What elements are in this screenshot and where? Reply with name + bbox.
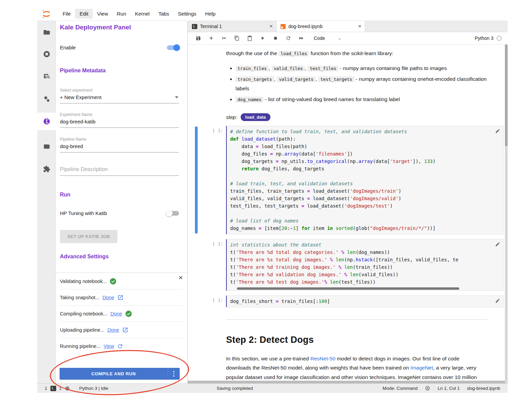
- external-link-icon[interactable]: [117, 294, 124, 301]
- divider: [56, 272, 187, 273]
- pipeline-metadata-heading: Pipeline Metadata: [60, 68, 106, 74]
- code-cell-1[interactable]: [ ]: # define function to load train, te…: [188, 126, 508, 234]
- progress-label: Taking snapshot...: [60, 295, 99, 300]
- menu-edit[interactable]: Edit: [75, 9, 93, 19]
- cell-editor[interactable]: dog_files_short = train_files[:100]: [226, 295, 504, 307]
- select-experiment-field[interactable]: Select experiment + New Experiment: [60, 88, 179, 103]
- code-cell-3[interactable]: [ ]: dog_files_short = train_files[:100]: [188, 295, 508, 307]
- edit-pencil-icon[interactable]: [495, 298, 500, 303]
- enable-label: Enable: [60, 45, 76, 50]
- inspector-icon[interactable]: [37, 68, 56, 85]
- close-icon[interactable]: ×: [269, 23, 273, 30]
- enable-row: Enable: [60, 45, 179, 50]
- progress-spinner-icon: [117, 343, 123, 349]
- main-dock-panel: $_ Terminal 1 × dog-breed.ipynb × + ✂: [188, 21, 508, 383]
- cell-editor[interactable]: # define function to load train, test, a…: [226, 126, 504, 234]
- extensions-icon[interactable]: [37, 160, 56, 178]
- cut-cells-icon[interactable]: ✂: [219, 34, 229, 42]
- menu-view[interactable]: View: [93, 9, 112, 19]
- notebook-toolbar: + ✂ Code ⌄ Python 3: [188, 32, 508, 45]
- menu-settings[interactable]: Settings: [174, 9, 201, 19]
- cell-prompt: [ ]:: [188, 126, 226, 234]
- done-link[interactable]: Done: [103, 295, 114, 300]
- stop-kernel-icon[interactable]: [270, 34, 281, 42]
- restart-run-all-icon[interactable]: [296, 34, 306, 42]
- status-bar: 1 $_ 1 Python 3 | Idle Saving completed …: [37, 383, 508, 393]
- menu-tabs[interactable]: Tabs: [154, 9, 174, 19]
- kernel-chip-icon[interactable]: [65, 386, 70, 391]
- external-link-icon[interactable]: [122, 327, 128, 333]
- select-experiment-label: Select experiment: [60, 88, 179, 93]
- chevron-down-icon[interactable]: ⌄: [338, 36, 341, 41]
- selected-cell-bar: [195, 126, 198, 234]
- settings-gears-icon[interactable]: [37, 90, 56, 108]
- cell-prompt: [ ]:: [188, 295, 226, 307]
- cell-type-select[interactable]: Code: [314, 35, 325, 41]
- progress-label: Validating notebook...: [60, 279, 107, 284]
- setup-katib-job-button[interactable]: SET UP KATIB JOB: [60, 230, 117, 243]
- close-icon[interactable]: ×: [358, 23, 361, 30]
- katib-toggle-label: HP Tuning with Katib: [60, 210, 107, 216]
- progress-label: Compiling notebook...: [60, 311, 107, 316]
- code-cell-2[interactable]: [ ]: int statistics about the datasett('…: [188, 239, 508, 291]
- saving-status: Saving completed: [217, 386, 253, 391]
- run-cell-icon[interactable]: [258, 34, 268, 42]
- tab-dog-breed-ipynb[interactable]: dog-breed.ipynb ×: [276, 21, 365, 32]
- menu-run[interactable]: Run: [112, 9, 131, 19]
- kale-step-annotation: step: load_data: [226, 113, 508, 121]
- pipeline-name-input[interactable]: dog-breed: [60, 143, 179, 152]
- kale-icon[interactable]: [37, 113, 56, 130]
- select-experiment-value[interactable]: + New Experiment: [60, 94, 179, 103]
- terminal-icon[interactable]: $_: [50, 386, 56, 391]
- copy-cells-icon[interactable]: [232, 34, 242, 42]
- cursor-position[interactable]: Ln 1, Col 1: [438, 386, 460, 391]
- vertical-scrollbar[interactable]: [505, 45, 508, 383]
- kebab-menu-icon[interactable]: [168, 370, 180, 378]
- menu-kernel[interactable]: Kernel: [131, 9, 154, 19]
- menu-help[interactable]: Help: [201, 9, 220, 19]
- notebook-icon: [281, 24, 286, 29]
- katib-toggle[interactable]: [167, 211, 179, 216]
- cell-editor[interactable]: int statistics about the datasett('There…: [226, 239, 504, 291]
- markdown-divider: [226, 319, 487, 320]
- done-link[interactable]: Done: [107, 327, 119, 333]
- restart-kernel-icon[interactable]: [283, 34, 293, 42]
- bullet-item: train_targets, valid_targets, test_targe…: [236, 74, 487, 94]
- running-kernels-icon[interactable]: [37, 45, 56, 63]
- kernel-name[interactable]: Python 3: [475, 35, 493, 41]
- chevron-down-icon: [175, 96, 178, 98]
- kernel-status-text[interactable]: Python 3 | Idle: [79, 386, 108, 391]
- save-icon[interactable]: [193, 34, 203, 42]
- check-icon: [110, 278, 116, 285]
- pipeline-description-field[interactable]: Pipeline Description: [60, 166, 179, 176]
- paste-cells-icon[interactable]: [245, 34, 255, 42]
- add-cell-icon[interactable]: +: [206, 34, 216, 42]
- edit-pencil-icon[interactable]: [495, 242, 500, 247]
- progress-label: Running pipeline...: [60, 343, 101, 349]
- mode-indicator[interactable]: Mode: Command: [383, 386, 418, 391]
- deploy-progress-list: Validating notebook... Taking snapshot..…: [60, 273, 182, 354]
- folder-icon[interactable]: [37, 23, 56, 41]
- experiment-name-input[interactable]: dog-breed-katib: [60, 119, 179, 128]
- pipeline-description-input[interactable]: Pipeline Description: [60, 166, 179, 176]
- check-icon: [125, 310, 132, 317]
- compile-and-run-button[interactable]: COMPILE AND RUN: [60, 368, 180, 380]
- pipeline-name-label: Pipeline Name: [60, 137, 179, 142]
- edit-pencil-icon[interactable]: [495, 128, 500, 134]
- experiment-name-field[interactable]: Experiment Name dog-breed-katib: [60, 112, 179, 128]
- step2-paragraph: In this section, we use a pre-trained Re…: [226, 354, 482, 383]
- open-tabs-icon[interactable]: [37, 138, 56, 155]
- dock-bottom-scrollbar[interactable]: [188, 381, 505, 383]
- enable-toggle[interactable]: [167, 45, 179, 50]
- view-link[interactable]: View: [104, 343, 114, 349]
- markdown-bullets: train_files, valid_files, test_files - n…: [226, 64, 487, 104]
- left-activity-bar: [37, 21, 56, 383]
- pipeline-name-field[interactable]: Pipeline Name dog-breed: [60, 137, 179, 152]
- menu-file[interactable]: File: [58, 9, 75, 19]
- done-link[interactable]: Done: [110, 311, 122, 316]
- horizontal-scrollbar[interactable]: [237, 287, 459, 290]
- step-badge[interactable]: load_data: [241, 113, 271, 121]
- jupyter-logo-icon: [41, 9, 52, 19]
- notification-icon[interactable]: [425, 386, 430, 391]
- tab-terminal-1[interactable]: $_ Terminal 1 ×: [188, 21, 276, 32]
